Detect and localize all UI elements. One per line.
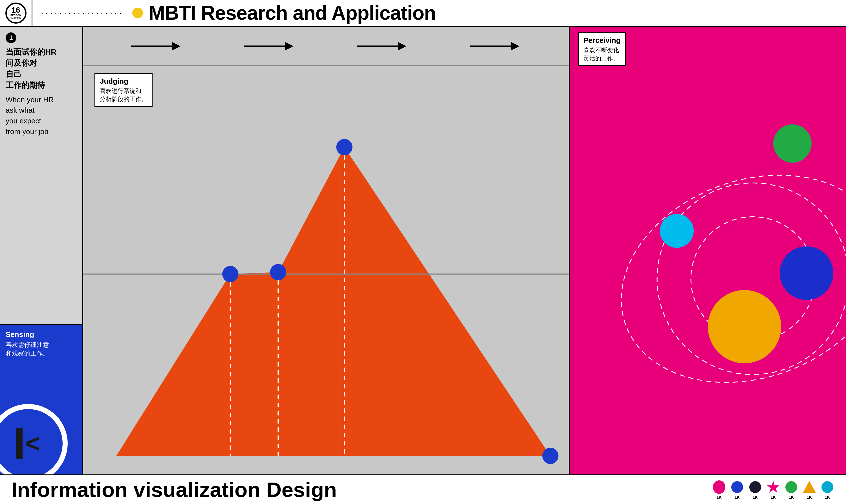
- svg-point-15: [336, 139, 352, 155]
- judging-description: 喜欢进行系统和 分析阶段的工作。: [100, 87, 147, 103]
- english-title: When your HR ask what you expect from yo…: [6, 95, 77, 137]
- main-content: 1 当面试你的HR 问及你对 自己 工作的期待 When your HR ask…: [0, 27, 846, 474]
- circle-icon: <: [0, 404, 68, 474]
- judging-box: Judging 喜欢进行系统和 分析阶段的工作。: [94, 73, 153, 107]
- svg-marker-30: [802, 481, 816, 493]
- arrow-4-icon: [470, 39, 521, 53]
- list-item: 1K: [730, 480, 744, 500]
- logo-subtext: PERSONALITIES: [11, 14, 21, 20]
- chart-svg: [83, 66, 569, 474]
- icon-green-blob: [784, 480, 799, 494]
- sensing-description: 喜欢需仔细注意 和观察的工作。: [6, 341, 77, 358]
- svg-marker-5: [398, 42, 407, 50]
- icon-label-3: 1K: [753, 495, 758, 500]
- svg-point-22: [780, 247, 833, 300]
- svg-point-26: [731, 481, 743, 493]
- chinese-title: 当面试你的HR 问及你对 自己 工作的期待: [6, 47, 77, 91]
- perceiving-box: Perceiving 喜欢不断变化 灵活的工作。: [578, 32, 626, 66]
- bar-icon: [16, 428, 22, 459]
- svg-marker-8: [116, 147, 550, 456]
- svg-point-29: [785, 481, 797, 493]
- list-item: 1K: [784, 480, 799, 500]
- icon-label-2: 1K: [735, 495, 740, 500]
- arrow-1-icon: [131, 39, 182, 53]
- svg-point-20: [773, 125, 812, 163]
- icon-label-5: 1K: [789, 495, 794, 500]
- svg-marker-28: [767, 481, 779, 493]
- chart-area: [83, 66, 569, 474]
- icon-dark-blob: [748, 480, 762, 494]
- svg-marker-7: [511, 42, 519, 50]
- arrow-2-icon: [244, 39, 295, 53]
- svg-point-25: [713, 481, 725, 493]
- section-number: 1: [6, 32, 16, 43]
- middle-panel: Judging 喜欢进行系统和 分析阶段的工作。: [83, 27, 570, 474]
- icon-label-1: 1K: [716, 495, 722, 500]
- sensing-section: Sensing 喜欢需仔细注意 和观察的工作。 <: [0, 325, 82, 474]
- list-item: 1K: [802, 480, 817, 500]
- chevron-icon: <: [25, 431, 40, 456]
- svg-point-27: [749, 481, 761, 493]
- logo-area: 16 PERSONALITIES: [0, 0, 32, 26]
- judging-label: Judging: [100, 77, 147, 86]
- yellow-dot-icon: [132, 7, 143, 18]
- svg-point-21: [660, 214, 694, 248]
- header-dots: ··················: [32, 8, 132, 18]
- svg-point-31: [822, 481, 833, 493]
- svg-point-16: [542, 448, 558, 464]
- list-item: 1K: [712, 480, 726, 500]
- icon-blue-blob: [730, 480, 744, 494]
- intro-section: 1 当面试你的HR 问及你对 自己 工作的期待 When your HR ask…: [0, 27, 82, 325]
- perceiving-description: 喜欢不断变化 灵活的工作。: [584, 46, 621, 62]
- logo-number: 16: [11, 6, 20, 14]
- sensing-label: Sensing: [6, 330, 77, 339]
- page-title: MBTI Research and Application: [149, 2, 436, 24]
- list-item: 1K: [748, 480, 762, 500]
- icon-cyan-blob: [820, 480, 835, 494]
- icon-label-6: 1K: [807, 495, 812, 500]
- left-panel: 1 当面试你的HR 问及你对 自己 工作的期待 When your HR ask…: [0, 27, 83, 474]
- icon-label-4: 1K: [771, 495, 776, 500]
- arrow-3-icon: [357, 39, 408, 53]
- right-panel: Perceiving 喜欢不断变化 灵活的工作。: [570, 27, 846, 474]
- footer: Information visualization Design 1K 1K 1…: [0, 474, 846, 504]
- list-item: 1K: [766, 480, 781, 500]
- list-item: 1K: [820, 480, 835, 500]
- svg-marker-1: [172, 42, 180, 50]
- triangle-icon: [802, 480, 817, 494]
- header: 16 PERSONALITIES ·················· MBTI…: [0, 0, 846, 27]
- icon-label-7: 1K: [825, 495, 830, 500]
- svg-point-23: [708, 290, 781, 363]
- inner-icons: <: [16, 428, 40, 459]
- star-icon: [766, 480, 781, 494]
- icon-pink-blob: [712, 480, 726, 494]
- sensing-box: Sensing 喜欢需仔细注意 和观察的工作。: [6, 330, 77, 358]
- footer-title: Information visualization Design: [11, 478, 703, 502]
- arrows-row: [83, 27, 569, 66]
- logo: 16 PERSONALITIES: [5, 2, 27, 24]
- svg-point-13: [222, 266, 238, 282]
- perceiving-label: Perceiving: [584, 36, 621, 45]
- svg-point-14: [270, 264, 286, 280]
- svg-marker-3: [285, 42, 294, 50]
- orbit-diagram: [570, 27, 846, 474]
- footer-icons: 1K 1K 1K 1K 1K: [712, 480, 835, 500]
